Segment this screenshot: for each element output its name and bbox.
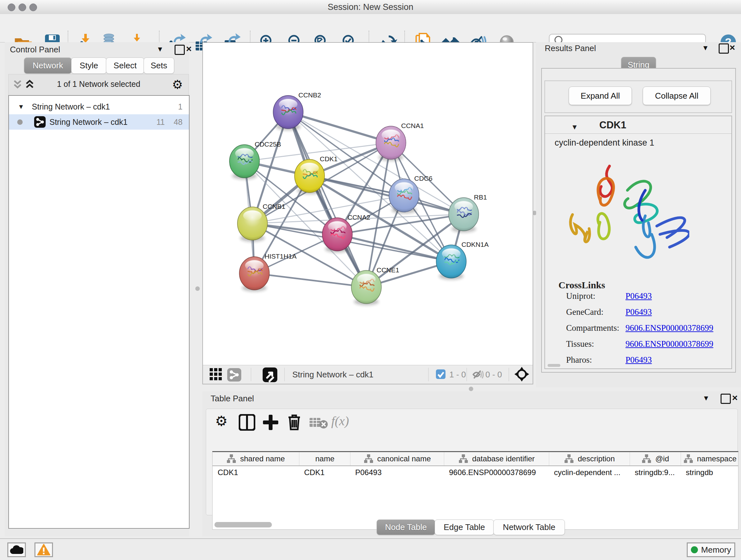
table-cell[interactable]: P06493 — [355, 468, 443, 477]
results-panel-float-icon[interactable] — [719, 44, 729, 54]
network-node-CCNA1[interactable]: CCNA1 — [376, 122, 424, 161]
network-status-dot — [17, 119, 23, 125]
collection-count: 1 — [178, 102, 183, 111]
crosslink-value-link[interactable]: P06493 — [625, 291, 652, 301]
node-table[interactable]: shared namenamecanonical namedatabase id… — [212, 451, 738, 530]
table-header-row: shared namenamecanonical namedatabase id… — [212, 452, 738, 466]
column-header-namespace[interactable]: namespace — [681, 452, 738, 465]
column-header-database-identifier[interactable]: database identifier — [444, 452, 549, 465]
node-label-CCNA2: CCNA2 — [347, 213, 370, 221]
warning-icon — [37, 544, 51, 556]
cloud-button[interactable] — [7, 543, 26, 557]
application-window: Session: New Session ? Control Panel — [0, 0, 741, 560]
delete-column-icon[interactable] — [286, 414, 302, 431]
network-label: String Network – cdk1 — [50, 118, 128, 127]
column-header-description[interactable]: description — [549, 452, 630, 465]
expand-all-button[interactable]: Expand All — [569, 86, 632, 105]
node-label-RB1: RB1 — [474, 193, 487, 201]
selected-count-checkbox-icon[interactable] — [436, 369, 446, 380]
crosslinks-title: CrossLinks — [558, 280, 605, 291]
column-header-name[interactable]: name — [299, 452, 350, 465]
memory-button[interactable]: Memory — [687, 543, 735, 557]
show-column-icon[interactable] — [239, 414, 255, 431]
node-label-CDC6: CDC6 — [414, 175, 432, 182]
gene-title: CDK1 — [599, 119, 626, 131]
tab-sets[interactable]: Sets — [144, 57, 174, 74]
node-label-CCNE1: CCNE1 — [377, 266, 399, 273]
table-cell[interactable]: 9606.ENSP00000378699 — [449, 468, 548, 477]
horizontal-splitter-handle[interactable] — [469, 387, 473, 391]
fit-content-crosshair-icon[interactable] — [515, 367, 529, 381]
tab-node-table[interactable]: Node Table — [377, 519, 435, 535]
grid-mode-icon[interactable] — [210, 368, 223, 381]
control-panel-menu-icon[interactable]: ▾ — [158, 44, 162, 54]
node-label-CDKN1A: CDKN1A — [461, 241, 488, 248]
tab-network[interactable]: Network — [24, 57, 72, 74]
table-cell[interactable]: cyclin-dependent ... — [554, 468, 628, 477]
tab-edge-table[interactable]: Edge Table — [434, 519, 494, 535]
vertical-splitter-handle-left[interactable] — [195, 287, 200, 291]
collapse-all-button[interactable]: Collapse All — [643, 86, 711, 105]
table-panel-close-icon[interactable]: × — [732, 392, 738, 403]
table-hscroll-thumb[interactable] — [214, 522, 272, 527]
table-cell[interactable]: stringdb:9... — [635, 468, 679, 477]
network-list-settings-gear-icon[interactable]: ⚙ — [172, 78, 183, 91]
main-toolbar: ? — [0, 14, 741, 43]
network-canvas[interactable]: CCNB2CCNA1CDC25BCDK1CDC6RB1CCNB1CCNA2CDK… — [203, 43, 533, 365]
column-type-icon — [459, 454, 468, 463]
table-cell[interactable]: CDK1 — [304, 468, 349, 477]
network-node-CCNB2[interactable]: CCNB2 — [273, 91, 321, 130]
function-builder-icon: f(x) — [331, 414, 349, 428]
column-type-icon — [684, 454, 693, 463]
status-bar: Memory — [0, 538, 741, 560]
table-cell[interactable]: CDK1 — [218, 468, 298, 477]
crosslink-label: GeneCard: — [566, 307, 603, 317]
add-column-icon[interactable] — [262, 414, 279, 431]
selected-node-edge-counts: 1 - 0 — [449, 370, 466, 380]
column-header-shared-name[interactable]: shared name — [212, 452, 299, 465]
table-settings-gear-icon[interactable]: ⚙ — [215, 413, 227, 429]
edge-count: 48 — [174, 118, 183, 127]
results-panel-menu-icon[interactable]: ▾ — [703, 43, 708, 53]
crosslink-value-link[interactable]: P06493 — [625, 355, 652, 365]
network-node-HIST1H1A[interactable]: HIST1H1A — [239, 253, 296, 292]
gene-description: cyclin-dependent kinase 1 — [555, 138, 654, 148]
table-panel-title: Table Panel — [211, 394, 254, 403]
network-list: ▼ String Network – cdk1 1 String Network… — [8, 95, 190, 529]
memory-label: Memory — [701, 545, 731, 555]
results-panel-close-icon[interactable]: × — [730, 42, 735, 53]
node-label-CCNB2: CCNB2 — [298, 91, 321, 99]
tab-style[interactable]: Style — [71, 57, 107, 74]
table-cell[interactable]: stringdb — [686, 468, 738, 477]
network-node-RB1[interactable]: RB1 — [449, 193, 487, 233]
table-panel-float-icon[interactable] — [721, 394, 731, 404]
network-node-CDKN1A[interactable]: CDKN1A — [436, 241, 488, 280]
tab-network-table[interactable]: Network Table — [493, 519, 565, 535]
column-header-canonical-name[interactable]: canonical name — [350, 452, 444, 465]
crosslink-row: Pharos: P06493 — [566, 355, 726, 365]
node-label-CDC25B: CDC25B — [255, 140, 281, 148]
table-panel-menu-icon[interactable]: ▾ — [704, 393, 708, 403]
title-bar: Session: New Session — [0, 0, 741, 14]
network-collection-row[interactable]: ▼ String Network – cdk1 1 — [9, 99, 189, 114]
control-panel-close-icon[interactable]: × — [186, 44, 192, 54]
results-hscroll-thumb[interactable] — [548, 364, 560, 367]
crosslink-value-link[interactable]: 9606.ENSP00000378699 — [625, 339, 713, 349]
gene-section-collapse-icon[interactable]: ▾ — [572, 122, 577, 132]
network-node-CDC6[interactable]: CDC6 — [389, 175, 432, 213]
column-header--id[interactable]: @id — [630, 452, 681, 465]
network-view-footer: String Network – cdk1 1 - 0 0 - 0 — [203, 365, 533, 384]
results-buttons-box: Expand All Collapse All — [544, 80, 732, 113]
network-row[interactable]: String Network – cdk1 11 48 — [9, 114, 189, 130]
birds-eye-view-icon[interactable] — [263, 368, 277, 382]
network-view-panel: CCNB2CCNA1CDC25BCDK1CDC6RB1CCNB1CCNA2CDK… — [202, 42, 533, 384]
crosslink-value-link[interactable]: 9606.ENSP00000378699 — [625, 323, 713, 333]
crosslink-label: Tissues: — [566, 339, 594, 349]
crosslink-value-link[interactable]: P06493 — [625, 307, 652, 317]
control-panel-float-icon[interactable] — [175, 45, 185, 55]
warnings-button[interactable] — [35, 543, 53, 557]
column-type-icon — [642, 454, 651, 463]
tab-select[interactable]: Select — [106, 57, 144, 74]
collection-expand-triangle-icon[interactable]: ▼ — [18, 103, 24, 111]
node-count: 11 — [156, 118, 165, 127]
